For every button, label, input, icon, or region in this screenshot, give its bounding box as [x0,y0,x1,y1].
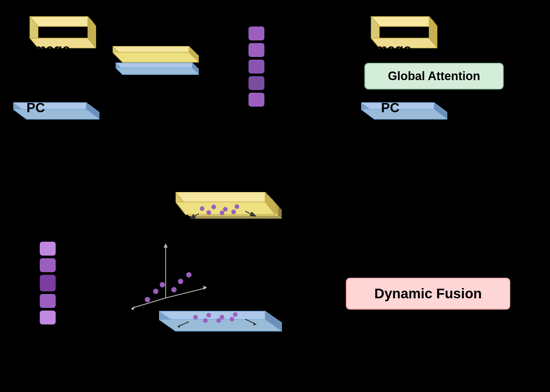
svg-point-70 [216,318,221,323]
svg-point-60 [160,282,165,287]
svg-point-67 [220,315,224,319]
global-attention-label: Global Attention [388,69,480,83]
svg-point-40 [200,206,204,211]
pc-left-label: PC [27,100,45,115]
coord-axes [123,238,209,313]
purple-tokens-top [248,26,264,107]
svg-point-42 [223,207,228,212]
svg-marker-23 [13,109,99,119]
svg-point-58 [153,289,158,294]
pc-bottom-flat [159,305,285,342]
image-stack-left: Image [20,7,96,71]
image-right-label: Image [371,41,411,57]
svg-marker-27 [361,109,447,119]
svg-point-57 [171,287,177,292]
global-attention-badge: Global Attention [364,63,504,89]
svg-marker-13 [113,52,199,62]
svg-point-69 [203,318,208,323]
svg-marker-54 [131,306,135,310]
svg-point-56 [186,272,192,277]
svg-point-44 [206,210,211,215]
svg-point-66 [206,313,211,318]
svg-marker-2 [30,17,96,26]
dynamic-fusion-badge: Dynamic Fusion [346,278,510,310]
purple-tokens-bottom [40,242,56,324]
svg-point-45 [220,211,224,215]
svg-marker-9 [116,68,199,74]
svg-point-65 [193,315,198,319]
svg-marker-50 [164,243,168,248]
svg-point-68 [233,312,238,317]
pc-slab-right: PC [361,98,447,129]
svg-marker-52 [203,286,207,290]
svg-point-55 [178,279,183,284]
image-stack-right: Image [361,7,437,71]
svg-point-46 [231,210,236,214]
svg-point-43 [235,204,239,209]
image-left-label: Image [30,41,70,57]
svg-point-41 [211,205,216,209]
pc-right-label: PC [381,100,400,115]
pc-slab-left: PC [13,98,99,129]
svg-point-71 [230,317,234,321]
dynamic-fusion-label: Dynamic Fusion [374,286,482,302]
layered-slab-center [113,40,199,81]
svg-point-59 [145,297,150,302]
svg-marker-16 [371,17,437,26]
